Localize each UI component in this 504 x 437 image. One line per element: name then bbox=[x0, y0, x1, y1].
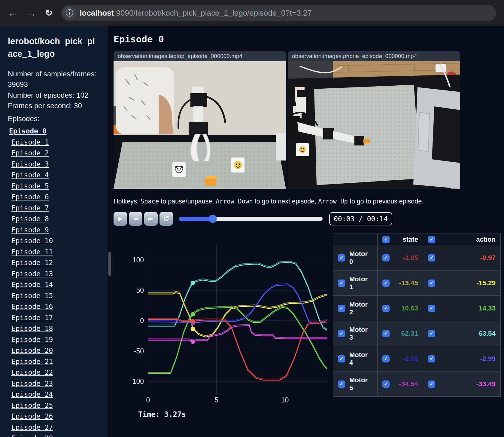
fast-forward-button[interactable]: ▶▶ bbox=[144, 212, 158, 226]
motor-chart[interactable]: 100500-50-1000510 bbox=[114, 234, 327, 405]
rewind-button[interactable]: ◀◀ bbox=[129, 212, 142, 226]
motor-label-cell: ✓Motor 4 bbox=[333, 346, 378, 371]
motor-action-value: 63.54 bbox=[479, 330, 496, 338]
stat-samples: Number of samples/frames: 39693 bbox=[8, 69, 100, 90]
checkbox[interactable]: ✓ bbox=[382, 305, 390, 312]
checkbox[interactable]: ✓ bbox=[338, 330, 345, 337]
checkbox[interactable]: ✓ bbox=[428, 254, 435, 261]
sidebar-episode-link[interactable]: Episode 3 bbox=[11, 160, 100, 168]
checkbox[interactable]: ✓ bbox=[428, 380, 435, 388]
motor-state-cell: ✓-1.05 bbox=[378, 245, 423, 270]
back-icon[interactable]: ← bbox=[8, 8, 18, 18]
x-tick-label: 0 bbox=[146, 396, 150, 404]
motor-action-value: -0.97 bbox=[480, 254, 496, 262]
sidebar-episode-link[interactable]: Episode 26 bbox=[11, 412, 100, 420]
x-tick-label: 5 bbox=[214, 396, 218, 404]
checkbox[interactable]: ✓ bbox=[428, 236, 435, 243]
motor-state-cell: ✓10.63 bbox=[378, 296, 423, 321]
sidebar-episode-link[interactable]: Episode 7 bbox=[11, 204, 100, 212]
checkbox[interactable]: ✓ bbox=[428, 330, 435, 337]
person bbox=[116, 67, 174, 134]
play-button[interactable]: ▶ bbox=[114, 212, 127, 226]
checkbox[interactable]: ✓ bbox=[428, 305, 435, 312]
sidebar-episode-link[interactable]: Episode 22 bbox=[11, 368, 100, 376]
sidebar-episode-link[interactable]: Episode 16 bbox=[11, 303, 100, 310]
sidebar-episode-link[interactable]: Episode 13 bbox=[11, 270, 100, 278]
sidebar-episode-link[interactable]: Episode 17 bbox=[11, 314, 100, 322]
sidebar-episode-link[interactable]: Episode 28 bbox=[11, 434, 100, 437]
sidebar-episode-link[interactable]: Episode 20 bbox=[11, 347, 100, 354]
sidebar: lerobot/koch_pick_place_1_lego Number of… bbox=[0, 26, 108, 437]
y-tick-label: 100 bbox=[132, 256, 144, 264]
sidebar-episode-link[interactable]: Episode 19 bbox=[11, 336, 100, 344]
series-action-motor-3 bbox=[148, 262, 327, 330]
sidebar-episode-link[interactable]: Episode 9 bbox=[11, 226, 100, 234]
seek-slider[interactable] bbox=[179, 217, 323, 221]
sidebar-episode-link[interactable]: Episode 14 bbox=[11, 281, 100, 289]
episode-list: Episode 0Episode 1Episode 2Episode 3Epis… bbox=[8, 127, 100, 437]
video-title-laptop: observation.images.laptop_episode_000000… bbox=[114, 51, 286, 61]
checkbox[interactable]: ✓ bbox=[382, 280, 390, 287]
address-bar[interactable]: ⓘ localhost:9090/lerobot/koch_pick_place… bbox=[61, 5, 496, 21]
checkbox[interactable]: ✓ bbox=[338, 305, 345, 312]
motor-label-cell: ✓Motor 2 bbox=[333, 296, 378, 321]
video-player-laptop[interactable] bbox=[114, 61, 286, 189]
sidebar-episode-link[interactable]: Episode 18 bbox=[11, 325, 100, 332]
sidebar-episode-link[interactable]: Episode 24 bbox=[11, 390, 100, 398]
sidebar-episode-link[interactable]: Episode 5 bbox=[11, 182, 100, 190]
y-tick-label: 0 bbox=[140, 317, 144, 325]
loop-button[interactable]: ↺ bbox=[159, 212, 173, 226]
video-player-phone[interactable] bbox=[288, 61, 460, 189]
time-display: 00:03 / 00:14 bbox=[329, 212, 392, 225]
sidebar-episode-link[interactable]: Episode 8 bbox=[11, 215, 100, 223]
action-column-header: ✓action bbox=[423, 234, 501, 245]
current-time-marker-motor-0 bbox=[190, 319, 195, 324]
checkbox[interactable]: ✓ bbox=[382, 236, 390, 243]
video-title-phone: observation.images.phone_episode_000000.… bbox=[288, 51, 460, 61]
motor-label: Motor 0 bbox=[349, 250, 372, 266]
slider-thumb[interactable] bbox=[209, 215, 217, 223]
sidebar-episode-link[interactable]: Episode 6 bbox=[11, 193, 100, 201]
motor-row: ✓Motor 1✓-13.45✓-15.29 bbox=[333, 270, 501, 296]
checkbox[interactable]: ✓ bbox=[338, 380, 345, 388]
checkbox[interactable]: ✓ bbox=[428, 355, 435, 362]
sidebar-episode-link[interactable]: Episode 15 bbox=[11, 292, 100, 300]
sidebar-episode-link[interactable]: Episode 1 bbox=[11, 138, 100, 146]
sidebar-episode-link[interactable]: Episode 21 bbox=[11, 358, 100, 365]
url-host: localhost bbox=[80, 8, 114, 17]
scrollbar-thumb[interactable] bbox=[108, 252, 111, 276]
sidebar-episode-link[interactable]: Episode 27 bbox=[11, 423, 100, 431]
dataset-title: lerobot/koch_pick_place_1_lego bbox=[8, 35, 100, 60]
motor-action-value: -2.99 bbox=[480, 355, 496, 363]
sidebar-episode-link[interactable]: Episode 23 bbox=[11, 380, 100, 387]
sidebar-episode-link[interactable]: Episode 2 bbox=[11, 149, 100, 157]
sidebar-episode-link[interactable]: Episode 10 bbox=[11, 237, 100, 245]
smiley-card bbox=[231, 157, 244, 173]
reload-icon[interactable]: ↻ bbox=[45, 8, 53, 17]
motor-action-value: 14.33 bbox=[479, 304, 496, 312]
stat-episodes: Number of episodes: 102 bbox=[8, 90, 100, 100]
checkbox[interactable]: ✓ bbox=[382, 254, 390, 261]
motor-label: Motor 2 bbox=[349, 301, 372, 316]
page-info-icon[interactable]: ⓘ bbox=[63, 6, 76, 20]
checkbox[interactable]: ✓ bbox=[338, 254, 345, 261]
forward-icon[interactable]: → bbox=[26, 8, 37, 18]
checkbox[interactable]: ✓ bbox=[382, 355, 390, 362]
chart-area[interactable]: 100500-50-1000510 Time: 3.27s bbox=[114, 234, 327, 419]
motor-row: ✓Motor 5✓-34.54✓-33.49 bbox=[333, 371, 501, 397]
checkbox[interactable]: ✓ bbox=[382, 330, 390, 337]
sidebar-episode-link[interactable]: Episode 0 bbox=[9, 127, 100, 135]
sidebar-episode-link[interactable]: Episode 25 bbox=[11, 402, 100, 409]
checkbox[interactable]: ✓ bbox=[338, 355, 345, 362]
playback-controls: ▶ ◀◀ ▶▶ ↺ 00:03 / 00:14 bbox=[114, 212, 504, 226]
sidebar-episode-link[interactable]: Episode 4 bbox=[11, 171, 100, 179]
sidebar-episode-link[interactable]: Episode 12 bbox=[11, 259, 100, 267]
episodes-label: Episodes: bbox=[8, 115, 100, 123]
checkbox[interactable]: ✓ bbox=[428, 280, 435, 287]
series-state-motor-0 bbox=[148, 318, 327, 379]
motors-table: ✓state✓action✓Motor 0✓-1.05✓-0.97✓Motor … bbox=[333, 234, 501, 397]
motor-action-cell: ✓14.33 bbox=[423, 296, 501, 321]
checkbox[interactable]: ✓ bbox=[338, 280, 345, 287]
sidebar-episode-link[interactable]: Episode 11 bbox=[11, 248, 100, 256]
checkbox[interactable]: ✓ bbox=[382, 380, 390, 388]
